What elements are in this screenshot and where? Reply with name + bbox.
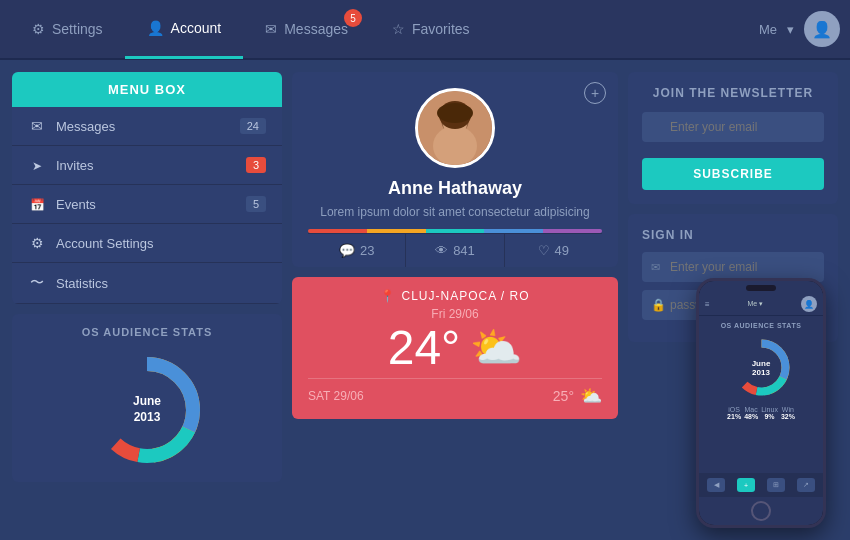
top-navigation: ⚙ Settings 👤 Account ✉ Messages 5 ☆ Favo… <box>0 0 850 60</box>
chat-icon: 💬 <box>339 243 355 258</box>
os-stats-title: OS AUDIENCE STATS <box>24 326 270 338</box>
signin-email-icon <box>651 260 660 274</box>
os-stats-box: OS AUDIENCE STATS June 2013 <box>12 314 282 482</box>
profile-card: + Anne Hathaway Lorem ipsum dolor sit am… <box>292 72 618 267</box>
weather-day: Fri 29/06 <box>308 307 602 321</box>
newsletter-email-input[interactable] <box>642 112 824 142</box>
phone-menu-icon: ≡ <box>705 300 710 309</box>
tab-messages[interactable]: ✉ Messages 5 <box>243 0 370 59</box>
phone-win-stat: Win32% <box>781 406 795 420</box>
statistics-icon <box>28 274 46 292</box>
messages-count: 24 <box>240 118 266 134</box>
phone-bottom-bar: ◀ + ⊞ ↗ <box>699 473 823 497</box>
donut-chart: June 2013 <box>24 350 270 470</box>
phone-nav-bar: ≡ Me ▾ 👤 <box>699 293 823 316</box>
phone-stats-title: OS AUDIENCE STATS <box>705 322 817 329</box>
menu-item-messages[interactable]: Messages 24 <box>12 107 282 146</box>
profile-avatar <box>415 88 495 168</box>
profile-name: Anne Hathaway <box>308 178 602 199</box>
events-count: 5 <box>246 196 266 212</box>
gear-icon: ⚙ <box>32 21 45 37</box>
invites-icon <box>28 157 46 173</box>
invites-count: 3 <box>246 157 266 173</box>
svg-point-7 <box>433 126 477 165</box>
tab-account[interactable]: 👤 Account <box>125 0 244 59</box>
phone-mac-stat: Mac48% <box>744 406 758 420</box>
newsletter-box: JOIN THE NEWSLETTER SUBSCRIBE <box>628 72 838 204</box>
stat-comments: 💬 23 <box>308 234 406 267</box>
settings-icon <box>28 235 46 251</box>
weather-next: SAT 29/06 25° ⛅ <box>308 378 602 407</box>
phone-back-btn[interactable]: ◀ <box>707 478 725 492</box>
menu-item-account-settings[interactable]: Account Settings <box>12 224 282 263</box>
phone-add-btn[interactable]: + <box>737 478 755 492</box>
phone-content: OS AUDIENCE STATS June 2013 <box>699 316 823 473</box>
events-icon <box>28 196 46 212</box>
svg-point-9 <box>437 103 473 123</box>
messages-badge: 5 <box>344 9 362 27</box>
right-panel: JOIN THE NEWSLETTER SUBSCRIBE SIGN IN 🔒 <box>628 72 838 528</box>
eye-icon: 👁 <box>435 243 448 258</box>
stat-likes: ♡ 49 <box>505 234 602 267</box>
tab-favorites[interactable]: ☆ Favorites <box>370 0 492 59</box>
phone-donut-label: June 2013 <box>752 359 771 377</box>
phone-linux-stat: Linux9% <box>761 406 778 420</box>
weather-icon: ⛅ <box>470 323 522 372</box>
avatar[interactable]: 👤 <box>804 11 840 47</box>
weather-next-icon: ⛅ <box>580 385 602 407</box>
phone-notch <box>746 285 776 291</box>
phone-share-btn[interactable]: ↗ <box>797 478 815 492</box>
stat-views: 👁 841 <box>406 234 504 267</box>
weather-card: 📍 CLUJ-NAPOCA / RO Fri 29/06 24° ⛅ SAT 2… <box>292 277 618 419</box>
menu-box: MENU BOX Messages 24 Invites 3 Events 5 … <box>12 72 282 304</box>
tab-settings[interactable]: ⚙ Settings <box>10 0 125 59</box>
subscribe-button[interactable]: SUBSCRIBE <box>642 158 824 190</box>
donut-label: June 2013 <box>133 394 161 425</box>
menu-item-invites[interactable]: Invites 3 <box>12 146 282 185</box>
phone-os-bars: iOS21% Mac48% Linux9% Win32% <box>705 406 817 420</box>
pin-icon: 📍 <box>380 289 396 303</box>
add-button[interactable]: + <box>584 82 606 104</box>
phone-me-label: Me ▾ <box>748 300 764 308</box>
phone-donut: June 2013 <box>705 335 817 400</box>
left-panel: MENU BOX Messages 24 Invites 3 Events 5 … <box>12 72 282 528</box>
newsletter-title: JOIN THE NEWSLETTER <box>642 86 824 100</box>
menu-box-title: MENU BOX <box>12 72 282 107</box>
star-icon: ☆ <box>392 21 405 37</box>
phone-grid-btn[interactable]: ⊞ <box>767 478 785 492</box>
nav-user-area: Me ▾ 👤 <box>759 11 840 47</box>
heart-icon: ♡ <box>538 243 550 258</box>
main-content: MENU BOX Messages 24 Invites 3 Events 5 … <box>0 60 850 540</box>
phone-home-button[interactable] <box>751 501 771 521</box>
profile-bio: Lorem ipsum dolor sit amet consectetur a… <box>308 205 602 219</box>
menu-item-statistics[interactable]: Statistics <box>12 263 282 304</box>
signin-title: SIGN IN <box>642 228 824 242</box>
weather-location: 📍 CLUJ-NAPOCA / RO <box>308 289 602 303</box>
profile-stats: 💬 23 👁 841 ♡ 49 <box>308 233 602 267</box>
phone-screen: ≡ Me ▾ 👤 OS AUDIENCE STATS <box>699 281 823 525</box>
chevron-down-icon: ▾ <box>787 22 794 37</box>
color-bar <box>308 229 602 233</box>
center-panel: + Anne Hathaway Lorem ipsum dolor sit am… <box>292 72 618 528</box>
user-icon: 👤 <box>147 20 164 36</box>
avatar-image <box>418 91 492 165</box>
message-icon <box>28 118 46 134</box>
menu-item-events[interactable]: Events 5 <box>12 185 282 224</box>
phone-mockup: ≡ Me ▾ 👤 OS AUDIENCE STATS <box>696 278 826 528</box>
phone-ios-stat: iOS21% <box>727 406 741 420</box>
email-input-wrap <box>642 112 824 150</box>
envelope-icon: ✉ <box>265 21 277 37</box>
lock-icon: 🔒 <box>651 298 666 312</box>
weather-temp: 24° <box>388 324 461 372</box>
phone-avatar: 👤 <box>801 296 817 312</box>
